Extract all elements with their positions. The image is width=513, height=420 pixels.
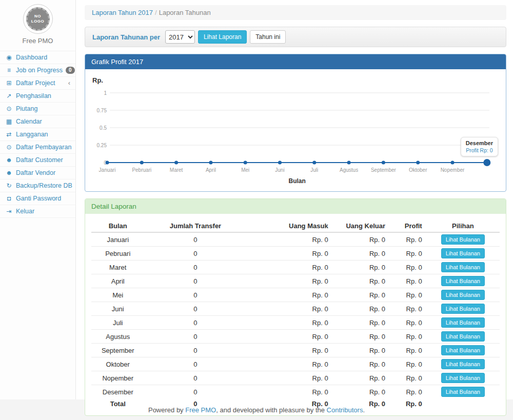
cell-uang-masuk: Rp. 0 <box>246 330 332 344</box>
year-select[interactable]: 2017 <box>165 30 195 44</box>
sidebar-item-daftar-pembayaran[interactable]: ⊙Daftar Pembayaran <box>0 141 75 154</box>
svg-text:0.75: 0.75 <box>97 108 107 113</box>
view-monthly-button[interactable]: Lihat Bulanan <box>441 331 485 342</box>
view-monthly-button[interactable]: Lihat Bulanan <box>441 290 485 300</box>
cell-bulan: Pebruari <box>91 247 144 261</box>
view-monthly-button[interactable]: Lihat Bulanan <box>441 359 485 369</box>
cell-profit: Rp. 0 <box>389 357 426 371</box>
table-row: Mei0Rp. 0Rp. 0Rp. 0Lihat Bulanan <box>91 288 500 302</box>
cell-profit: Rp. 0 <box>389 288 426 302</box>
footer-link-freepmo[interactable]: Free PMO <box>185 406 216 414</box>
chart-panel-body: Rp.00.250.50.751JanuariPebruariMaretApri… <box>85 69 506 191</box>
cell-uang-keluar: Rp. 0 <box>332 247 389 261</box>
sidebar-item-backup-restore-db[interactable]: ↻Backup/Restore DB <box>0 179 75 192</box>
users-icon: ☻ <box>5 169 13 177</box>
sidebar-item-label: Penghasilan <box>16 92 51 100</box>
sidebar-item-keluar[interactable]: ⇥Keluar <box>0 205 75 218</box>
table-row: Juni0Rp. 0Rp. 0Rp. 0Lihat Bulanan <box>91 302 500 316</box>
sidebar-item-label: Dashboard <box>16 53 47 62</box>
sidebar-item-daftar-project[interactable]: ⊞Daftar Project‹ <box>0 77 75 90</box>
cell-profit: Rp. 0 <box>389 247 426 261</box>
footer-link-contributors[interactable]: Contributors <box>327 406 363 414</box>
cell-profit: Rp. 0 <box>389 344 426 357</box>
svg-text:Juli: Juli <box>310 167 318 173</box>
svg-text:Juni: Juni <box>275 167 284 173</box>
lock-icon: ◘ <box>5 194 13 203</box>
report-table: Bulan Jumlah Transfer Uang Masuk Uang Ke… <box>91 220 500 409</box>
count-badge: 0 <box>66 67 75 74</box>
cell-uang-keluar: Rp. 0 <box>332 274 389 288</box>
app-logo: NO LOGO <box>23 4 53 34</box>
view-monthly-button[interactable]: Lihat Bulanan <box>441 387 485 397</box>
cell-profit: Rp. 0 <box>389 261 426 274</box>
cell-profit: Rp. 0 <box>389 274 426 288</box>
view-monthly-button[interactable]: Lihat Bulanan <box>441 276 485 286</box>
total-profit: Rp. 0 <box>389 398 426 409</box>
sidebar-item-label: Piutang <box>16 105 37 113</box>
cell-pilihan: Lihat Bulanan <box>426 316 500 330</box>
cell-jumlah-transfer: 0 <box>144 261 246 274</box>
table-row: Juli0Rp. 0Rp. 0Rp. 0Lihat Bulanan <box>91 316 500 330</box>
view-monthly-button[interactable]: Lihat Bulanan <box>441 304 485 314</box>
view-monthly-button[interactable]: Lihat Bulanan <box>441 373 485 383</box>
cell-uang-masuk: Rp. 0 <box>246 371 332 385</box>
cell-uang-masuk: Rp. 0 <box>246 385 332 399</box>
sidebar-item-piutang[interactable]: ⊙Piutang <box>0 103 75 115</box>
money-icon: ⊙ <box>5 143 13 151</box>
cell-uang-masuk: Rp. 0 <box>246 316 332 330</box>
breadcrumb-link[interactable]: Laporan Tahun 2017 <box>92 9 153 16</box>
users-icon: ☻ <box>5 156 13 164</box>
view-monthly-button[interactable]: Lihat Bulanan <box>441 234 485 245</box>
table-row: Januari0Rp. 0Rp. 0Rp. 0Lihat Bulanan <box>91 232 500 247</box>
sidebar-item-dashboard[interactable]: ◉Dashboard <box>0 51 75 64</box>
cell-uang-masuk: Rp. 0 <box>246 247 332 261</box>
page: NO LOGO Free PMO ◉Dashboard≡Job on Progr… <box>0 0 513 399</box>
svg-text:Agustus: Agustus <box>340 167 358 173</box>
breadcrumb-current: Laporan Tahunan <box>159 9 211 16</box>
sidebar-item-daftar-customer[interactable]: ☻Daftar Customer <box>0 154 75 167</box>
col-header-bulan: Bulan <box>91 220 144 232</box>
cell-jumlah-transfer: 0 <box>144 357 246 371</box>
table-row: Nopember0Rp. 0Rp. 0Rp. 0Lihat Bulanan <box>91 371 500 385</box>
cell-jumlah-transfer: 0 <box>144 302 246 316</box>
svg-text:Januari: Januari <box>99 167 116 173</box>
svg-text:Mei: Mei <box>241 167 249 173</box>
sidebar-item-label: Keluar <box>16 207 34 215</box>
view-monthly-button[interactable]: Lihat Bulanan <box>441 262 485 272</box>
cell-uang-masuk: Rp. 0 <box>246 274 332 288</box>
cell-uang-keluar: Rp. 0 <box>332 288 389 302</box>
cell-pilihan: Lihat Bulanan <box>426 302 500 316</box>
this-year-button[interactable]: Tahun ini <box>250 30 286 44</box>
cell-jumlah-transfer: 0 <box>144 288 246 302</box>
tooltip-title: Desember <box>466 140 493 146</box>
sidebar-item-job-on-progress[interactable]: ≡Job on Progress0 <box>0 64 75 77</box>
profit-chart-panel: Grafik Profit 2017 Rp.00.250.50.751Janua… <box>85 54 506 192</box>
cell-uang-masuk: Rp. 0 <box>246 357 332 371</box>
cell-jumlah-transfer: 0 <box>144 330 246 344</box>
view-monthly-button[interactable]: Lihat Bulanan <box>441 317 485 328</box>
main-content: Laporan Tahun 2017/Laporan Tahunan Lapor… <box>76 0 513 399</box>
profit-line-chart[interactable]: Rp.00.250.50.751JanuariPebruariMaretApri… <box>91 75 500 185</box>
retweet-icon: ⇄ <box>5 130 13 138</box>
sidebar-item-langganan[interactable]: ⇄Langganan <box>0 128 75 141</box>
sidebar-item-ganti-password[interactable]: ◘Ganti Password <box>0 192 75 205</box>
view-monthly-button[interactable]: Lihat Bulanan <box>441 248 485 258</box>
sidebar-item-calendar[interactable]: ▦Calendar <box>0 115 75 128</box>
cell-bulan: Januari <box>91 232 144 247</box>
breadcrumb: Laporan Tahun 2017/Laporan Tahunan <box>85 5 506 20</box>
year-filter-form: Laporan Tahunan per 2017 Lihat Laporan T… <box>85 27 506 47</box>
footer-text: Powered by Free PMO, and developed with … <box>148 406 365 414</box>
view-report-button[interactable]: Lihat Laporan <box>198 30 247 44</box>
sidebar-item-label: Ganti Password <box>16 194 61 203</box>
total-label: Total <box>91 398 144 409</box>
y-axis-title: Rp. <box>92 76 103 84</box>
sign-out-icon: ⇥ <box>5 207 13 215</box>
sidebar-item-penghasilan[interactable]: ↗Penghasilan <box>0 90 75 103</box>
profit-chart[interactable]: Rp.00.250.50.751JanuariPebruariMaretApri… <box>91 75 500 185</box>
filter-label: Laporan Tahunan per <box>92 33 160 41</box>
logo-block: NO LOGO Free PMO <box>0 0 75 48</box>
sidebar-item-daftar-vendor[interactable]: ☻Daftar Vendor <box>0 167 75 179</box>
col-header-pilihan: Pilihan <box>426 220 500 232</box>
view-monthly-button[interactable]: Lihat Bulanan <box>441 345 485 355</box>
chart-panel-title: Grafik Profit 2017 <box>85 54 506 69</box>
